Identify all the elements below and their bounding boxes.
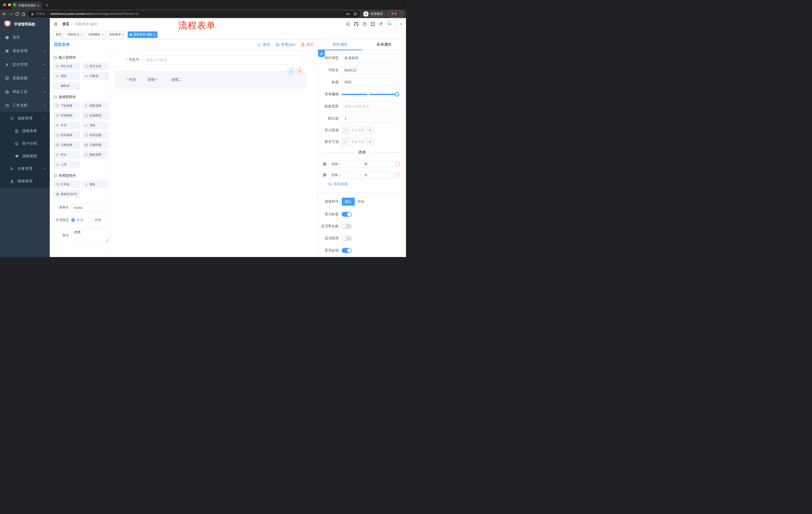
font-size-icon[interactable]: TT [379,22,383,26]
tag-close-icon[interactable]: × [153,33,155,36]
tag-process-definition[interactable]: 流程定义× [65,31,85,38]
increase-button[interactable]: ＋ [366,138,374,145]
widget-time-picker[interactable]: 时间选择 [53,131,80,139]
bookmark-star-icon[interactable] [353,12,357,16]
fullscreen-icon[interactable] [371,22,375,26]
widget-cascader[interactable]: 级联选择 [82,102,109,110]
gender-option1-checkbox[interactable]: 选项一 [142,77,158,82]
breadcrumb-home[interactable]: 首页 [62,22,69,26]
tab-close-icon[interactable]: ✕ [37,4,40,7]
slider-thumb[interactable] [395,92,399,97]
back-icon[interactable] [2,12,7,16]
sidebar-item-infra[interactable]: 基础设施 [0,72,50,85]
sidebar-item-process-mgmt[interactable]: 流程管理 [0,112,50,125]
widget-switch[interactable]: 开关 [53,121,80,129]
widget-color-picker[interactable]: 颜色选择 [82,151,109,159]
add-option-button[interactable]: 添加选项 [328,182,406,186]
drag-handle-icon[interactable] [323,162,327,166]
label-width-input[interactable] [342,102,399,111]
required-toggle[interactable] [342,248,352,253]
tag-close-icon[interactable]: × [122,33,124,36]
design-canvas[interactable]: 手机号 性别 选项一 [112,50,318,257]
widget-date-range[interactable]: 日期范围 [82,141,109,149]
sidebar-item-system[interactable]: 系统管理 [0,44,50,58]
new-tab-button[interactable]: ＋ [45,2,49,8]
password-key-icon[interactable] [346,12,350,16]
sidebar-item-user-group[interactable]: 用户分组 [0,137,50,150]
widget-table-dev[interactable]: 表格[开发中] [53,190,80,198]
widget-rate[interactable]: 评分 [53,151,80,159]
default-value-input[interactable] [342,114,399,123]
close-window-button[interactable] [3,3,6,6]
clear-button[interactable]: 清空 [301,42,314,47]
option-label-input[interactable] [329,171,360,179]
drag-handle-icon[interactable] [323,173,327,177]
widget-upload[interactable]: 上传 [53,161,80,168]
show-label-toggle[interactable] [342,212,352,217]
collapse-inspector-handle[interactable] [318,50,325,57]
zoom-window-button[interactable] [13,3,16,6]
field-name-input[interactable] [342,66,399,75]
sidebar-item-devtools[interactable]: 研发工具 [0,85,50,99]
copy-widget-button[interactable] [288,68,294,75]
tab-form-props[interactable]: 表单属性 [362,39,406,50]
with-border-toggle[interactable] [342,224,352,229]
gender-option2-checkbox[interactable]: 选项二 [166,77,182,82]
reload-icon[interactable] [15,12,19,16]
sidebar-item-process-model[interactable]: 流程模型 [0,150,50,162]
help-icon[interactable] [362,22,367,26]
widget-checkbox-group[interactable]: 多选框组 [82,112,109,119]
browser-tab[interactable]: 芋道管理系统 ✕ [11,2,42,9]
widget-select[interactable]: 下拉选择 [53,102,80,110]
avatar[interactable] [387,20,396,30]
phone-field-row[interactable]: 手机号 [112,55,318,64]
form-name-input[interactable] [71,203,109,212]
widget-slider[interactable]: 滑块 [82,121,109,129]
tag-home[interactable]: 首页 [53,31,64,38]
remove-option-button[interactable]: − [395,162,400,167]
widget-multi-line-text[interactable]: 多行文本 [82,62,109,70]
sidebar-item-leave-query[interactable]: 请假查询 [0,175,50,188]
title-input[interactable] [342,78,399,86]
minimize-window-button[interactable] [8,3,11,6]
browser-menu-icon[interactable] [400,12,401,16]
tag-close-icon[interactable]: × [81,33,82,36]
sidebar-item-payment[interactable]: ¥ 支付管理 [0,58,50,72]
style-default-button[interactable]: 默认 [342,198,355,206]
tag-process-form-edit[interactable]: 流程表单-编辑× [127,31,157,38]
sidebar-item-workflow[interactable]: 工作流程 [0,99,50,112]
increase-button[interactable]: ＋ [366,127,374,134]
min-select-value[interactable]: 至少应选 [349,127,366,134]
address-bar[interactable]: 不安全 dashboard.yudao.iocoder.cn/bpm/manag… [28,10,360,17]
style-button-button[interactable]: 按钮 [355,198,368,206]
search-icon[interactable] [346,22,350,26]
form-remark-textarea[interactable]: 嘿嘿 [71,228,109,242]
status-on-radio[interactable]: 开启 [71,218,83,222]
save-button[interactable]: 保存 [257,42,270,47]
delete-widget-button[interactable] [296,68,302,75]
widget-row-container[interactable]: 行容器 [53,181,80,188]
sidebar-logo[interactable]: 芋道管理系统 [0,18,50,31]
decrease-button[interactable]: − [342,138,349,145]
component-type-select[interactable]: 多选框组 [342,54,399,62]
widget-radio-group[interactable]: 单选框组 [53,112,80,119]
update-button[interactable]: 更新 [388,10,404,17]
avatar-caret-icon[interactable] [400,24,403,26]
widget-password[interactable]: 密码 [53,72,80,80]
sidebar-item-task-mgmt[interactable]: 任务管理 [0,162,50,175]
sidebar-item-process-form[interactable]: 流程表单 [0,125,50,137]
remove-option-button[interactable]: − [395,172,400,178]
tab-component-props[interactable]: 组件属性 [318,39,362,50]
decrease-button[interactable]: − [342,127,349,134]
tag-process-model[interactable]: 流程模型× [86,31,106,38]
tag-process-form[interactable]: 流程表单× [107,31,126,38]
option-label-input[interactable] [329,160,360,168]
form-grid-slider[interactable] [342,90,399,99]
max-select-value[interactable]: 最多可选 [349,138,366,145]
disabled-toggle[interactable] [342,236,352,241]
widget-counter[interactable]: 123计数器 [82,72,109,80]
option-value-input[interactable] [362,171,393,179]
home-icon[interactable] [21,12,26,16]
option-value-input[interactable] [362,160,393,168]
status-off-radio[interactable]: 关闭 [89,218,101,222]
